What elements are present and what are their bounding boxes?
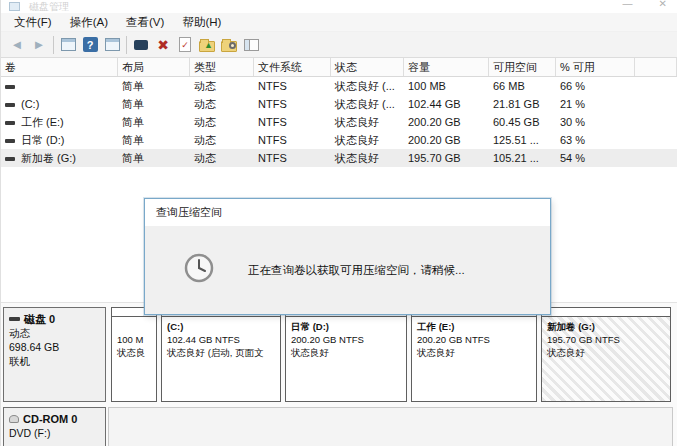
cell-status: 状态良好: [331, 133, 404, 148]
volume-name: (C:): [1, 98, 118, 110]
partition-name: 日常 (D:): [291, 320, 401, 333]
partition-status: 状态良好: [547, 346, 665, 359]
partition-status: 状态良好: [417, 346, 531, 359]
partition-strip: 100 M 状态良 (C:) 102.44 GB NTFS 状态良好 (启动, …: [111, 307, 671, 402]
menu-file[interactable]: 文件(F): [5, 13, 61, 32]
cell-layout: 简单: [118, 79, 190, 94]
cell-capacity: 195.70 GB: [404, 152, 489, 164]
explore-button[interactable]: [218, 34, 240, 56]
partition-status: 状态良好 (启动, 页面文: [167, 346, 275, 359]
toolbar: ◄ ► ? ✖ ✓ ▲: [1, 32, 677, 58]
volume-icon: [5, 157, 15, 161]
table-row-c-drive[interactable]: (C:) 简单 动态 NTFS 状态良好 (... 102.44 GB 21.8…: [1, 95, 677, 113]
volume-icon: [5, 85, 15, 89]
cdrom-0-row: CD-ROM 0 DVD (F:): [3, 407, 673, 446]
menu-help[interactable]: 帮助(H): [173, 13, 230, 32]
disk-type: 动态: [9, 326, 100, 340]
volume-name: 日常 (D:): [1, 133, 118, 148]
help-icon: ?: [83, 37, 98, 52]
partition-d[interactable]: 日常 (D:) 200.20 GB NTFS 状态良好: [285, 307, 407, 402]
console-window-button[interactable]: [101, 34, 123, 56]
graphical-view: 磁盘 0 动态 698.64 GB 联机 100 M 状态良: [1, 302, 677, 446]
minimize-button[interactable]: —: [623, 0, 633, 9]
cell-status: 状态良好: [331, 151, 404, 166]
col-type[interactable]: 类型: [190, 58, 254, 76]
title-bar: 磁盘管理 — ✕: [1, 0, 677, 13]
table-row-system-reserved[interactable]: 简单 动态 NTFS 状态良好 (... 100 MB 66 MB 66 %: [1, 77, 677, 95]
partition-name: (C:): [167, 320, 275, 333]
dialog-message: 正在查询卷以获取可用压缩空间，请稍候...: [248, 263, 465, 278]
toolbar-separator: [53, 36, 54, 54]
disk-status: 联机: [9, 354, 100, 368]
action-pane-icon: [244, 39, 259, 51]
cell-percent-free: 66 %: [556, 80, 635, 92]
table-row-g-drive[interactable]: 新加卷 (G:) 简单 动态 NTFS 状态良好 195.70 GB 105.2…: [1, 149, 677, 167]
cd-icon: [9, 415, 19, 423]
open-button[interactable]: ▲: [196, 34, 218, 56]
partition-c[interactable]: (C:) 102.44 GB NTFS 状态良好 (启动, 页面文: [161, 307, 281, 402]
partition-size: 100 M: [117, 333, 151, 346]
col-free-space[interactable]: 可用空间: [489, 58, 556, 76]
console-tree-icon: [61, 38, 76, 51]
delete-volume-icon: ✖: [157, 38, 169, 52]
toolbar-separator: [126, 36, 127, 54]
volume-name: [1, 80, 118, 92]
menu-bar: 文件(F) 操作(A) 查看(V) 帮助(H): [1, 13, 677, 32]
cell-status: 状态良好 (...: [331, 97, 404, 112]
cdrom-media-area: [108, 407, 673, 446]
properties-check-icon: ✓: [179, 37, 191, 52]
help-button[interactable]: ?: [79, 34, 101, 56]
col-layout[interactable]: 布局: [118, 58, 190, 76]
menu-action[interactable]: 操作(A): [61, 13, 117, 32]
cell-type: 动态: [190, 97, 254, 112]
app-icon: [9, 2, 20, 11]
cell-status: 状态良好: [331, 115, 404, 130]
disk-0-panel[interactable]: 磁盘 0 动态 698.64 GB 联机: [3, 307, 106, 402]
cell-status: 状态良好 (...: [331, 79, 404, 94]
forward-arrow-icon: ►: [33, 38, 46, 51]
action-pane-button[interactable]: [240, 34, 262, 56]
delete-volume-button[interactable]: ✖: [152, 34, 174, 56]
cell-free-space: 66 MB: [489, 80, 556, 92]
volume-color-strip: [542, 308, 670, 317]
partition-size: 195.70 GB NTFS: [547, 333, 665, 346]
partition-status: 状态良: [117, 346, 151, 359]
table-row-d-drive[interactable]: 日常 (D:) 简单 动态 NTFS 状态良好 200.20 GB 125.51…: [1, 131, 677, 149]
col-percent-free[interactable]: % 可用: [556, 58, 635, 76]
cell-free-space: 60.45 GB: [489, 116, 556, 128]
partition-system-reserved[interactable]: 100 M 状态良: [111, 307, 157, 402]
dialog-body: 正在查询卷以获取可用压缩空间，请稍候...: [145, 226, 550, 316]
forward-button[interactable]: ►: [28, 34, 50, 56]
col-filesystem[interactable]: 文件系统: [254, 58, 331, 76]
cell-type: 动态: [190, 115, 254, 130]
table-row-e-drive[interactable]: 工作 (E:) 简单 动态 NTFS 状态良好 200.20 GB 60.45 …: [1, 113, 677, 131]
clock-icon: [183, 252, 215, 284]
properties-button[interactable]: ✓: [174, 34, 196, 56]
cell-type: 动态: [190, 151, 254, 166]
cell-percent-free: 21 %: [556, 98, 635, 110]
cell-filesystem: NTFS: [254, 116, 331, 128]
cell-percent-free: 54 %: [556, 152, 635, 164]
disk-management-window: 磁盘管理 — ✕ 文件(F) 操作(A) 查看(V) 帮助(H) ◄ ► ? ✖…: [0, 0, 677, 446]
menu-view[interactable]: 查看(V): [117, 13, 173, 32]
dialog-title-bar[interactable]: 查询压缩空间: [145, 199, 550, 226]
cdrom-0-panel[interactable]: CD-ROM 0 DVD (F:): [3, 407, 106, 446]
col-volume[interactable]: 卷: [1, 58, 118, 76]
close-button[interactable]: ✕: [659, 0, 667, 9]
console-tree-button[interactable]: [57, 34, 79, 56]
disk-size: 698.64 GB: [9, 340, 100, 354]
back-button[interactable]: ◄: [6, 34, 28, 56]
col-status[interactable]: 状态: [331, 58, 404, 76]
col-capacity[interactable]: 容量: [404, 58, 489, 76]
cell-percent-free: 30 %: [556, 116, 635, 128]
cell-type: 动态: [190, 133, 254, 148]
disk-0-row: 磁盘 0 动态 698.64 GB 联机 100 M 状态良: [3, 307, 673, 402]
action-bubble-button[interactable]: [130, 34, 152, 56]
partition-g-selected[interactable]: 新加卷 (G:) 195.70 GB NTFS 状态良好: [541, 307, 671, 402]
cell-capacity: 200.20 GB: [404, 116, 489, 128]
cell-filesystem: NTFS: [254, 152, 331, 164]
volume-icon: [5, 139, 15, 143]
partition-e[interactable]: 工作 (E:) 200.20 GB NTFS 状态良好: [411, 307, 537, 402]
cell-capacity: 200.20 GB: [404, 134, 489, 146]
partition-name: [117, 320, 151, 333]
